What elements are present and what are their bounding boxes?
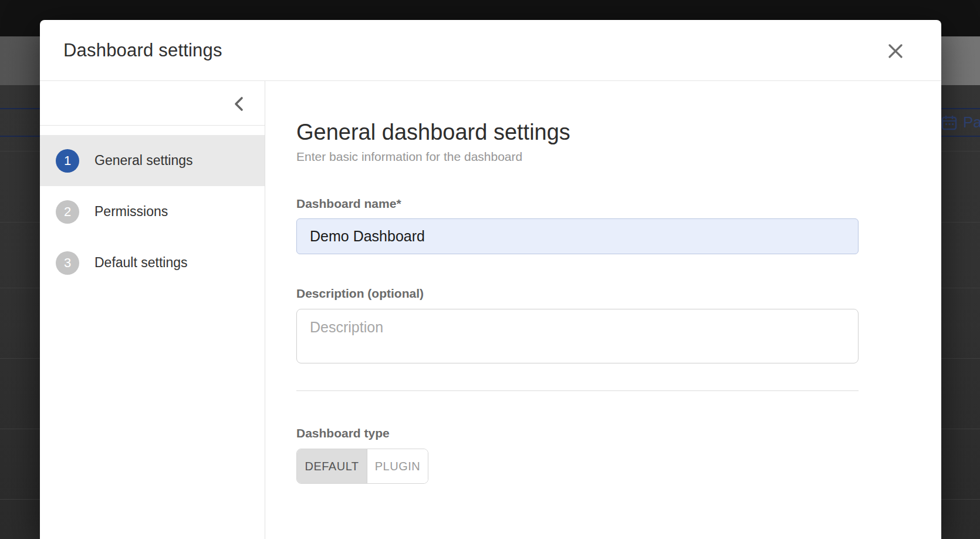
close-icon bbox=[888, 43, 903, 59]
description-textarea[interactable] bbox=[296, 309, 859, 363]
past-time-filter-label: Past bbox=[963, 113, 980, 132]
wizard-step-general-settings[interactable]: 1 General settings bbox=[40, 135, 265, 186]
type-option-plugin[interactable]: PLUGIN bbox=[367, 449, 428, 483]
step-number-badge: 3 bbox=[56, 251, 79, 275]
dashboard-settings-modal: Dashboard settings bbox=[40, 20, 941, 539]
dashboard-type-label: Dashboard type bbox=[296, 426, 859, 440]
dashboard-name-label: Dashboard name* bbox=[296, 197, 859, 211]
calendar-icon bbox=[941, 114, 957, 130]
step-label: Permissions bbox=[94, 204, 168, 220]
step-number-badge: 2 bbox=[56, 200, 79, 224]
modal-body: 1 General settings 2 Permissions 3 Defau… bbox=[40, 81, 941, 539]
wizard-step-list: 1 General settings 2 Permissions 3 Defau… bbox=[40, 126, 265, 288]
dashboard-name-input[interactable] bbox=[296, 218, 859, 254]
close-button[interactable] bbox=[886, 42, 905, 60]
step-label: Default settings bbox=[94, 255, 188, 271]
step-label: General settings bbox=[94, 153, 192, 169]
type-option-default[interactable]: DEFAULT bbox=[297, 449, 367, 483]
sidebar-collapse-row bbox=[40, 81, 265, 126]
chevron-left-icon bbox=[234, 96, 244, 112]
pane-subheading: Enter basic information for the dashboar… bbox=[296, 150, 859, 164]
description-label: Description (optional) bbox=[296, 287, 859, 301]
step-number-badge: 1 bbox=[56, 149, 79, 173]
modal-title: Dashboard settings bbox=[63, 40, 222, 61]
general-settings-pane: General dashboard settings Enter basic i… bbox=[265, 81, 941, 539]
wizard-step-sidebar: 1 General settings 2 Permissions 3 Defau… bbox=[40, 81, 265, 539]
wizard-step-permissions[interactable]: 2 Permissions bbox=[40, 186, 265, 237]
wizard-step-default-settings[interactable]: 3 Default settings bbox=[40, 237, 265, 288]
pane-heading: General dashboard settings bbox=[296, 120, 859, 145]
dashboard-type-segmented-control: DEFAULT PLUGIN bbox=[296, 449, 428, 484]
modal-header: Dashboard settings bbox=[40, 20, 941, 81]
sidebar-collapse-button[interactable] bbox=[229, 95, 247, 113]
past-time-filter-button[interactable]: Past bbox=[941, 109, 980, 136]
form-divider bbox=[296, 390, 859, 391]
